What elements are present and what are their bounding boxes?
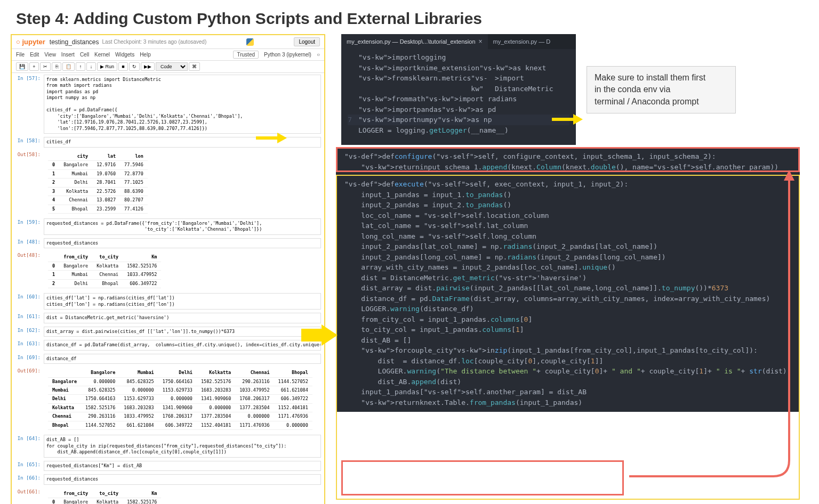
menu-help[interactable]: Help: [140, 52, 151, 58]
editor-configure[interactable]: "vs-def">def configure("vs-self">self, c…: [336, 147, 800, 176]
jupyter-panel: ○ jupyter testing_distances Last Checkpo…: [11, 34, 325, 504]
menu-edit[interactable]: Edit: [30, 52, 39, 58]
celltype-select[interactable]: Code: [156, 62, 188, 71]
prompt-62: In [62]:: [15, 327, 44, 337]
cell-59-code[interactable]: requested_distances = pd.DataFrame({'fro…: [44, 218, 321, 235]
cell-61-code[interactable]: dist = DistanceMetric.get_metric('havers…: [44, 313, 321, 323]
prompt-66: In [66]:: [15, 474, 44, 484]
cell-69-code[interactable]: distance_df: [44, 354, 321, 364]
prompt-48: In [48]:: [15, 238, 44, 248]
editor-execute[interactable]: "vs-def">def execute("vs-self">self, exe…: [336, 175, 800, 412]
prompt-59: In [59]:: [15, 218, 44, 235]
stop-icon[interactable]: ■: [118, 62, 128, 71]
out-58: Out[58]:: [15, 151, 44, 215]
prompt-61: In [61]:: [15, 313, 44, 323]
cell-62-code[interactable]: dist_array = dist.pairwise(cities_df [['…: [44, 327, 321, 337]
tab-1[interactable]: my_extension.py — Desktop\...\tutorial_e…: [341, 34, 488, 49]
run-button[interactable]: ▶ Run: [97, 62, 117, 71]
menu-cell[interactable]: Cell: [80, 52, 89, 58]
editor-tabs: my_extension.py — Desktop\...\tutorial_e…: [341, 34, 576, 49]
cell-66-output: from_cityto_cityKm0BangaloreKolkatta1582…: [44, 488, 321, 504]
kernel-name[interactable]: Python 3 (ipykernel): [264, 52, 311, 58]
cell-57-code[interactable]: from sklearn.metrics import DistanceMetr…: [44, 75, 321, 134]
fastforward-icon[interactable]: ▶▶: [141, 62, 155, 71]
page-title: Step 4: Adding Custom Python Scripts and…: [0, 0, 819, 34]
paste-icon[interactable]: 📋: [62, 62, 75, 71]
cell-66-code[interactable]: requested_distances: [44, 474, 321, 484]
python-icon: [246, 38, 254, 46]
prompt-63: In [63]:: [15, 340, 44, 350]
cell-69-output: BangaloreMumbaiDelhiKolkattaChennaiBhopa…: [44, 367, 321, 432]
cell-63-code[interactable]: distance_df = pd.DataFrame(dist_array, c…: [44, 340, 321, 350]
checkpoint-text: Last Checkpoint: 3 minutes ago (autosave…: [102, 39, 207, 45]
menu-bar: File Edit View Insert Cell Kernel Widget…: [12, 49, 324, 61]
move-up-icon[interactable]: ↑: [76, 62, 85, 71]
prompt-65: In [65]:: [15, 461, 44, 471]
prompt-69: In [69]:: [15, 354, 44, 364]
trusted-badge[interactable]: Trusted: [233, 51, 259, 59]
prompt-58: In [58]:: [15, 137, 44, 147]
command-palette-icon[interactable]: ⌘: [189, 62, 200, 71]
red-highlight-return: [341, 460, 624, 495]
prompt-57: In [57]:: [15, 75, 44, 134]
menu-view[interactable]: View: [44, 52, 56, 58]
add-cell-icon[interactable]: +: [29, 62, 39, 71]
move-down-icon[interactable]: ↓: [86, 62, 96, 71]
cell-48-code[interactable]: requested_distances: [44, 238, 321, 248]
menu-kernel[interactable]: Kernel: [94, 52, 110, 58]
menu-file[interactable]: File: [16, 52, 25, 58]
editor-imports[interactable]: "vs-kw">import logging"vs-kw">import kni…: [341, 49, 576, 145]
cell-64-code[interactable]: dist_AB = [] for couple_city in zip(requ…: [44, 435, 321, 457]
cell-58-code[interactable]: cities_df: [44, 137, 321, 147]
out-69: Out[69]:: [15, 367, 44, 432]
out-66: Out[66]:: [15, 488, 44, 504]
cell-60-code[interactable]: cities_df['lat'] = np.radians(cities_df[…: [44, 293, 321, 310]
menu-insert[interactable]: Insert: [61, 52, 75, 58]
logout-button[interactable]: Logout: [294, 37, 320, 46]
prompt-64: In [64]:: [15, 435, 44, 457]
notebook-name[interactable]: testing_distances: [50, 38, 99, 46]
save-icon[interactable]: 💾: [16, 62, 28, 71]
prompt-60: In [60]:: [15, 293, 44, 310]
toolbar: 💾 + ✂ ⎘ 📋 ↑ ↓ ▶ Run ■ ↻ ▶▶ Code ⌘: [12, 61, 324, 73]
cut-icon[interactable]: ✂: [40, 62, 51, 71]
kernel-status-icon: ○: [317, 52, 320, 58]
restart-icon[interactable]: ↻: [129, 62, 140, 71]
menu-widgets[interactable]: Widgets: [115, 52, 134, 58]
copy-icon[interactable]: ⎘: [52, 62, 61, 71]
cell-58-output: citylatlon0Bangalore12.971677.59461Mumba…: [44, 151, 321, 215]
tab-2[interactable]: my_extension.py — D: [488, 34, 556, 49]
close-icon[interactable]: ×: [479, 38, 483, 45]
cell-48-output: from_cityto_cityKm0BangaloreKolkatta1582…: [44, 251, 321, 290]
jupyter-logo: ○ jupyter: [16, 38, 45, 46]
out-48: Out[48]:: [15, 251, 44, 290]
cell-65-code[interactable]: requested_distances["Km"] = dist_AB: [44, 461, 321, 471]
callout-install: Make sure to install them first in the c…: [587, 66, 736, 113]
